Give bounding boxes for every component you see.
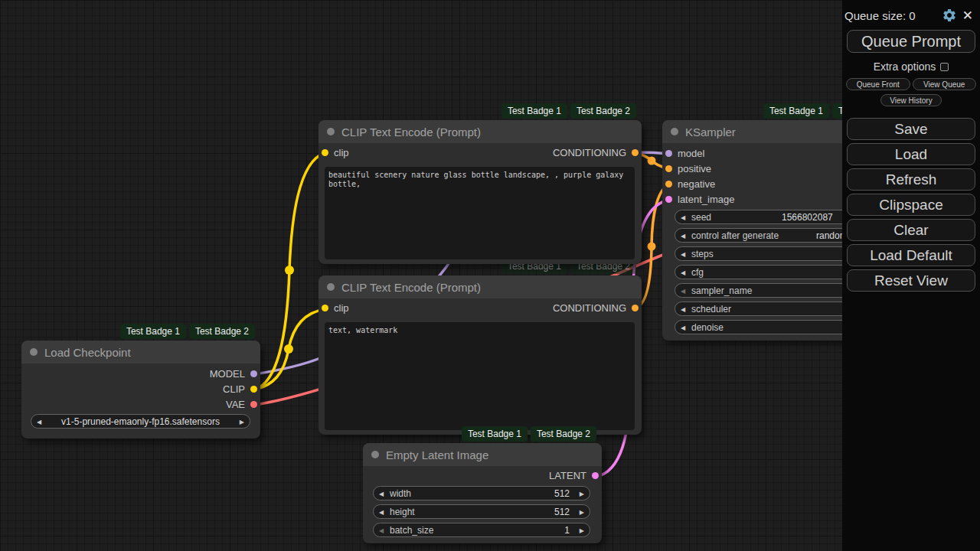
node-empty-latent-image[interactable]: Test Badge 1 Test Badge 2 Empty Latent I… <box>363 443 602 543</box>
extra-options-row: Extra options <box>842 60 980 73</box>
batch-size-widget[interactable]: ◀ batch_size 1 ▶ <box>373 523 590 537</box>
queue-front-button[interactable]: Queue Front <box>846 78 910 90</box>
width-widget[interactable]: ◀ width 512 ▶ <box>373 486 590 500</box>
reset-view-button[interactable]: Reset View <box>847 269 975 292</box>
load-default-button[interactable]: Load Default <box>847 244 975 266</box>
output-port-latent[interactable] <box>592 472 599 479</box>
output-label-model: MODEL <box>210 367 245 382</box>
prompt-textarea[interactable]: beautiful scenery nature glass bottle la… <box>325 167 635 259</box>
extra-options-label: Extra options <box>874 60 936 73</box>
link-midpoint-dot <box>648 243 656 251</box>
input-port-clip[interactable] <box>322 149 328 156</box>
view-queue-button[interactable]: View Queue <box>913 78 977 90</box>
prev-value-arrow-icon[interactable]: ◀ <box>379 508 384 515</box>
input-port-model[interactable] <box>665 150 672 157</box>
queue-size-label: Queue size: 0 <box>844 9 936 22</box>
node-badges: Test Badge 1 Test Badge 2 <box>120 324 255 339</box>
save-button[interactable]: Save <box>847 118 975 140</box>
next-value-arrow-icon[interactable]: ▶ <box>580 490 584 497</box>
link-midpoint-dot <box>284 344 293 354</box>
load-button[interactable]: Load <box>847 143 975 165</box>
collapse-dot-icon[interactable] <box>327 283 335 291</box>
test-badge-1: Test Badge 1 <box>462 426 528 442</box>
node-header[interactable]: Empty Latent Image <box>363 443 602 466</box>
widget-label: height <box>390 507 415 517</box>
output-port-model[interactable] <box>250 370 257 377</box>
widget-value: 512 <box>554 488 570 499</box>
input-port-latent-image[interactable] <box>665 196 672 203</box>
widget-label: cfg <box>691 267 704 278</box>
node-badges: Test Badge 1 Test Badge 2 <box>501 103 636 119</box>
ckpt-name-value: v1-5-pruned-emaonly-fp16.safetensors <box>47 416 234 427</box>
input-label-latent-image: latent_image <box>678 192 734 207</box>
output-label-vae: VAE <box>226 397 245 412</box>
test-badge-2: Test Badge 2 <box>570 103 636 119</box>
node-clip-text-encode-negative[interactable]: Test Badge 1 Test Badge 2 CLIP Text Enco… <box>318 276 642 435</box>
test-badge-2: Test Badge 2 <box>189 324 255 339</box>
collapse-dot-icon[interactable] <box>327 128 335 135</box>
widget-label: scheduler <box>691 304 731 315</box>
test-badge-1: Test Badge 1 <box>501 103 567 119</box>
node-load-checkpoint[interactable]: Test Badge 1 Test Badge 2 Load Checkpoin… <box>21 341 260 439</box>
collapse-dot-icon[interactable] <box>30 348 38 356</box>
prev-value-arrow-icon[interactable]: ◀ <box>681 305 685 312</box>
prev-value-arrow-icon[interactable]: ◀ <box>379 527 384 533</box>
graph-canvas[interactable]: Test Badge 1 Test Badge 2 Load Checkpoin… <box>0 0 980 551</box>
view-history-button[interactable]: View History <box>880 94 942 106</box>
height-widget[interactable]: ◀ height 512 ▶ <box>373 504 590 519</box>
link-midpoint-dot <box>648 157 656 165</box>
widget-label: batch_size <box>390 525 433 536</box>
node-title: KSampler <box>685 126 736 139</box>
prev-value-arrow-icon[interactable]: ◀ <box>379 490 384 497</box>
next-value-arrow-icon[interactable]: ▶ <box>580 508 584 515</box>
collapse-dot-icon[interactable] <box>371 451 379 458</box>
prev-value-arrow-icon[interactable]: ◀ <box>681 287 685 294</box>
ckpt-name-widget[interactable]: ◀ v1-5-pruned-emaonly-fp16.safetensors ▶ <box>31 414 250 429</box>
node-header[interactable]: CLIP Text Encode (Prompt) <box>318 120 642 143</box>
node-title: CLIP Text Encode (Prompt) <box>341 281 481 294</box>
output-port-clip[interactable] <box>250 386 257 393</box>
widget-value: 1 <box>564 525 570 536</box>
collapse-dot-icon[interactable] <box>671 128 678 135</box>
close-icon[interactable]: ✕ <box>962 9 973 22</box>
test-badge-1: Test Badge 1 <box>120 324 186 339</box>
widget-value: 512 <box>554 507 570 517</box>
prev-value-arrow-icon[interactable]: ◀ <box>37 418 41 425</box>
prev-value-arrow-icon[interactable]: ◀ <box>681 214 685 220</box>
queue-prompt-button[interactable]: Queue Prompt <box>847 30 975 53</box>
widget-label: width <box>390 488 411 499</box>
extra-options-checkbox[interactable] <box>940 63 949 71</box>
prev-value-arrow-icon[interactable]: ◀ <box>681 250 685 257</box>
input-label-positive: positive <box>678 161 711 177</box>
widget-value: 1566802087 <box>782 212 833 223</box>
clear-button[interactable]: Clear <box>847 219 975 241</box>
clipspace-button[interactable]: Clipspace <box>847 194 975 216</box>
prev-value-arrow-icon[interactable]: ◀ <box>681 232 685 239</box>
input-port-negative[interactable] <box>665 181 672 187</box>
test-badge-1: Test Badge 1 <box>763 103 829 119</box>
node-header[interactable]: Load Checkpoint <box>21 341 260 364</box>
output-port-conditioning[interactable] <box>632 305 639 311</box>
node-header[interactable]: CLIP Text Encode (Prompt) <box>318 276 642 298</box>
output-label-latent: LATENT <box>549 468 586 484</box>
node-badges: Test Badge 1 Test Badge 2 <box>462 426 596 442</box>
node-title: CLIP Text Encode (Prompt) <box>341 126 481 139</box>
test-badge-2: Test Badge 2 <box>531 426 596 442</box>
node-clip-text-encode-positive[interactable]: Test Badge 1 Test Badge 2 CLIP Text Enco… <box>318 120 642 264</box>
output-label-conditioning: CONDITIONING <box>553 145 626 161</box>
node-title: Empty Latent Image <box>386 448 488 461</box>
comfy-menu-panel: Queue size: 0 ✕ Queue Prompt Extra optio… <box>842 0 980 551</box>
input-port-positive[interactable] <box>665 165 672 172</box>
node-title: Load Checkpoint <box>44 346 131 359</box>
settings-gear-icon[interactable] <box>942 8 957 23</box>
prompt-textarea[interactable]: text, watermark <box>325 322 635 430</box>
input-port-clip[interactable] <box>322 305 328 311</box>
prev-value-arrow-icon[interactable]: ◀ <box>681 269 685 276</box>
prev-value-arrow-icon[interactable]: ◀ <box>681 324 685 331</box>
refresh-button[interactable]: Refresh <box>847 168 975 191</box>
output-port-vae[interactable] <box>250 401 257 408</box>
output-port-conditioning[interactable] <box>632 149 639 156</box>
next-value-arrow-icon[interactable]: ▶ <box>240 418 244 425</box>
link-midpoint-dot <box>285 266 294 275</box>
next-value-arrow-icon[interactable]: ▶ <box>580 527 584 533</box>
